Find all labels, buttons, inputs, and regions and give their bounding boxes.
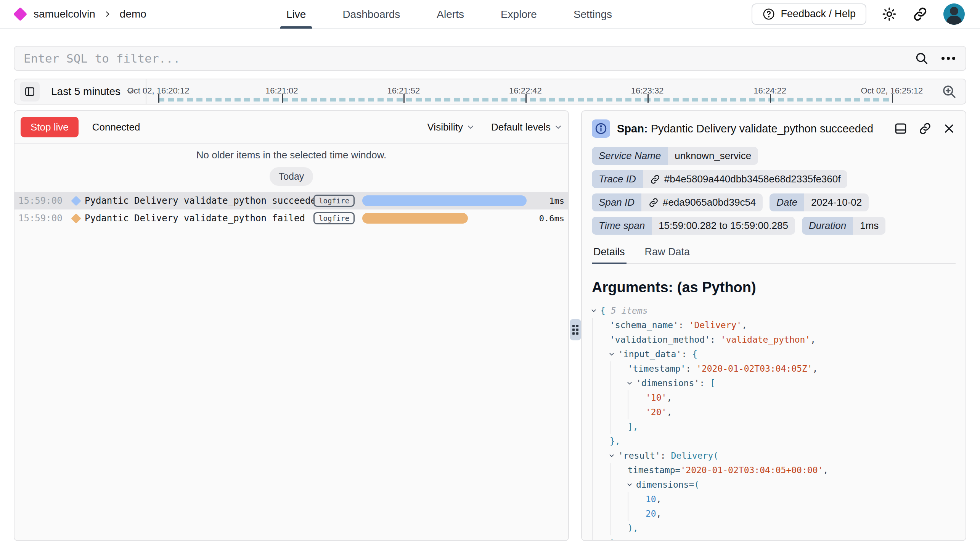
log-row[interactable]: 15:59:00Pydantic Delivery validate_pytho… bbox=[14, 209, 568, 227]
top-bar: samuelcolvin demo LiveDashboardsAlertsEx… bbox=[0, 0, 980, 29]
time-range-select[interactable]: Last 5 minutes bbox=[51, 85, 134, 98]
indent-guide bbox=[592, 492, 610, 506]
collapse-chevron-icon[interactable] bbox=[626, 481, 636, 488]
code-token: , bbox=[810, 332, 816, 347]
indent-guide bbox=[592, 419, 610, 434]
question-circle-icon bbox=[762, 8, 775, 21]
attribute-row: Time span15:59:00.282 to 15:59:00.285Dur… bbox=[592, 217, 956, 235]
link-icon[interactable] bbox=[648, 197, 659, 208]
collapse-chevron-icon[interactable] bbox=[608, 351, 618, 358]
code-token: 20 bbox=[646, 506, 656, 521]
attribute-row: Trace ID#b4e5809a440dbb3458e68d2335fe360… bbox=[592, 170, 956, 188]
indent-guide bbox=[610, 506, 628, 521]
indent-guide bbox=[592, 361, 610, 376]
code-token: : bbox=[681, 347, 692, 361]
panel-bottom-icon[interactable] bbox=[894, 122, 908, 135]
user-avatar[interactable] bbox=[943, 3, 965, 25]
code-line: 'input_data': { bbox=[592, 347, 956, 361]
code-line: { 5 items bbox=[592, 303, 956, 318]
attribute-badge-trace-id: Trace ID#b4e5809a440dbb3458e68d2335fe360… bbox=[592, 170, 847, 188]
code-token: ( bbox=[694, 477, 699, 492]
code-token: '2020-01-02T03:04:05+00:00' bbox=[680, 463, 823, 477]
code-token: 'timestamp' bbox=[628, 361, 686, 376]
indent-guide bbox=[592, 448, 610, 463]
sql-filter-input[interactable]: Enter SQL to filter... bbox=[14, 46, 966, 71]
indent-guide bbox=[592, 535, 610, 541]
code-token: : bbox=[678, 318, 689, 332]
log-row-duration-bar bbox=[362, 195, 527, 206]
code-line: 'result': Delivery( bbox=[592, 448, 956, 463]
log-row-duration: 1ms bbox=[530, 196, 564, 206]
copy-link-icon[interactable] bbox=[918, 122, 932, 135]
nav-tab-alerts[interactable]: Alerts bbox=[431, 0, 470, 29]
close-icon[interactable] bbox=[943, 122, 956, 135]
nav-tab-dashboards[interactable]: Dashboards bbox=[336, 0, 406, 29]
code-token: ], bbox=[628, 419, 638, 434]
chevron-down-icon bbox=[467, 123, 474, 131]
collapse-chevron-icon[interactable] bbox=[590, 307, 600, 314]
indent-guide bbox=[610, 405, 628, 419]
indent-guide bbox=[610, 361, 628, 376]
timeline-tick-label: 16:21:02 bbox=[265, 86, 298, 96]
code-token: 'Delivery' bbox=[689, 318, 742, 332]
logfire-logo-icon[interactable] bbox=[13, 7, 27, 21]
breadcrumb: samuelcolvin demo bbox=[15, 8, 146, 20]
today-badge[interactable]: Today bbox=[270, 167, 313, 186]
breadcrumb-project[interactable]: demo bbox=[120, 8, 146, 20]
feedback-help-label: Feedback / Help bbox=[781, 8, 856, 20]
code-token: : bbox=[660, 448, 671, 463]
log-row-message: Pydantic Delivery validate_python succee… bbox=[85, 195, 313, 206]
attribute-label: Duration bbox=[802, 217, 853, 235]
panel-resize-handle[interactable] bbox=[570, 319, 581, 340]
link-icon[interactable] bbox=[650, 174, 660, 185]
topbar-actions: Feedback / Help bbox=[752, 3, 965, 25]
code-line: ], bbox=[592, 419, 956, 434]
timeline[interactable]: Oct 02, 16:20:1216:21:0216:21:5216:22:42… bbox=[146, 79, 933, 104]
stop-live-button[interactable]: Stop live bbox=[21, 117, 79, 137]
timeline-tick-label: 16:24:22 bbox=[753, 86, 786, 96]
timeline-tick-label: 16:21:52 bbox=[387, 86, 420, 96]
code-line: 10, bbox=[592, 492, 956, 506]
theme-sun-icon[interactable] bbox=[882, 6, 897, 22]
detail-tab-raw-data[interactable]: Raw Data bbox=[643, 246, 692, 263]
indent-guide bbox=[592, 477, 610, 492]
search-icon[interactable] bbox=[914, 51, 929, 66]
visibility-dropdown[interactable]: Visibility bbox=[427, 121, 474, 133]
indent-guide bbox=[610, 376, 628, 390]
code-line: '20', bbox=[592, 405, 956, 419]
code-line: 'timestamp': '2020-01-02T03:04:05Z', bbox=[592, 361, 956, 376]
code-token: Delivery( bbox=[671, 448, 718, 463]
default-levels-dropdown[interactable]: Default levels bbox=[491, 121, 562, 133]
span-attributes: Service Nameunknown_serviceTrace ID#b4e5… bbox=[592, 147, 956, 235]
breadcrumb-org[interactable]: samuelcolvin bbox=[34, 8, 95, 20]
ellipsis-menu-icon[interactable] bbox=[940, 56, 956, 61]
attribute-value: #eda9065a0bd39c54 bbox=[641, 193, 763, 211]
log-row-time: 15:59:00 bbox=[18, 195, 67, 206]
indent-guide bbox=[628, 506, 646, 521]
panel-left-toggle-icon[interactable] bbox=[20, 82, 40, 102]
code-token: , bbox=[742, 318, 747, 332]
nav-tab-settings[interactable]: Settings bbox=[567, 0, 618, 29]
attribute-badge-span-id: Span ID#eda9065a0bd39c54 bbox=[592, 193, 763, 211]
collapse-chevron-icon[interactable] bbox=[608, 452, 618, 459]
indent-guide bbox=[592, 434, 610, 448]
feedback-help-button[interactable]: Feedback / Help bbox=[752, 3, 866, 25]
chevron-down-icon bbox=[554, 123, 562, 131]
code-token: 'validation_method' bbox=[610, 332, 710, 347]
code-token: { bbox=[600, 303, 606, 318]
nav-tab-live[interactable]: Live bbox=[280, 0, 312, 29]
info-icon bbox=[592, 119, 610, 138]
connection-status: Connected bbox=[92, 121, 140, 133]
collapse-chevron-icon[interactable] bbox=[626, 380, 636, 387]
code-token: , bbox=[667, 390, 672, 405]
nav-tab-explore[interactable]: Explore bbox=[495, 0, 543, 29]
share-link-icon[interactable] bbox=[912, 6, 928, 22]
detail-tab-details[interactable]: Details bbox=[592, 246, 627, 263]
indent-guide bbox=[610, 521, 628, 535]
code-token: , bbox=[656, 506, 662, 521]
log-row-duration-track bbox=[362, 213, 530, 224]
log-row[interactable]: 15:59:00Pydantic Delivery validate_pytho… bbox=[14, 192, 568, 209]
attribute-badge-duration: Duration1ms bbox=[802, 217, 885, 235]
attribute-badge-service-name: Service Nameunknown_service bbox=[592, 147, 758, 165]
zoom-in-icon[interactable] bbox=[941, 84, 957, 100]
